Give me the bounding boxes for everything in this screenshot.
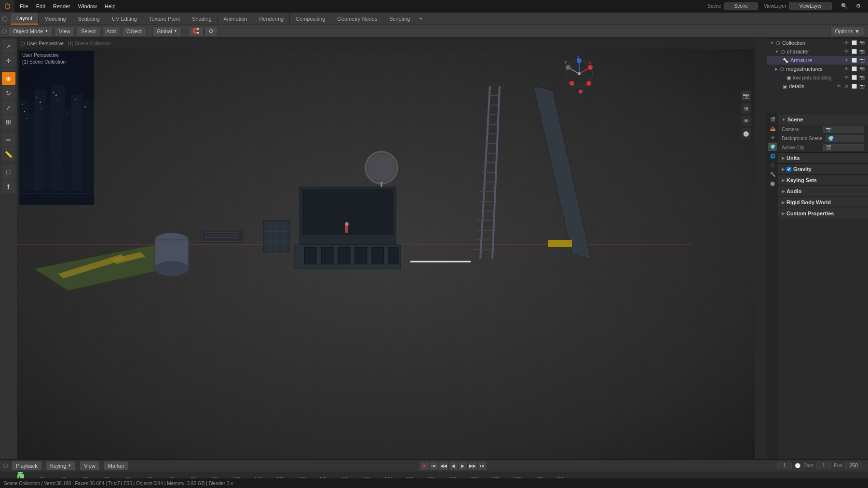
tab-rendering[interactable]: Rendering [253,13,290,25]
play-forward-btn[interactable]: ▶ [459,462,467,470]
collection-item-character[interactable]: ▼ ⬡ character 👁 ⬜ 📷 [767,47,868,56]
tab-scripting[interactable]: Scripting [383,13,416,25]
gravity-section-header[interactable]: ▶ Gravity [778,164,868,174]
lpb-restrict-btn[interactable]: ⬜ [851,74,857,81]
menu-window[interactable]: Window [75,2,100,10]
timeline-editor-icon[interactable]: ⬡ [3,462,8,469]
mega-eye-btn[interactable]: 👁 [843,66,850,72]
step-forward-btn[interactable]: ▶▶ [468,462,477,470]
add-btn[interactable]: Add [102,26,121,36]
select-tool-btn[interactable]: ↗ [2,40,15,53]
custom-section-header[interactable]: ▶ Custom Properties [778,208,868,219]
world-props-tab[interactable]: 🌐 [768,152,777,160]
render-props-tab[interactable]: 🎬 [768,115,777,124]
collection-item-collection[interactable]: ▼ ⬡ Collection 👁 ⬜ 📷 [767,39,868,47]
mega-render-btn[interactable]: 📷 [858,66,865,72]
scene-input[interactable]: Scene [724,2,758,10]
end-frame-input[interactable]: 250 [845,462,862,469]
shading-icon[interactable]: ⬤ [741,128,751,139]
tab-uv-editing[interactable]: UV Editing [106,13,143,25]
arm-render-btn[interactable]: 📷 [858,57,865,64]
start-frame-input[interactable]: 1 [816,462,831,469]
collection-item-megastructures[interactable]: ▶ ⬡ megastructures 👁 ⬜ 📷 [767,65,868,73]
editor-icon[interactable]: ⬡ [2,28,7,35]
options-btn[interactable]: Options ▼ [830,26,864,36]
bg-scene-value[interactable]: 🌍 [826,135,864,142]
measure-tool-btn[interactable]: 📏 [2,147,15,161]
extrude-btn[interactable]: ⬆ [2,180,15,193]
viewport-editor-icon[interactable]: ⬡ [20,40,25,47]
collection-item-lpbuilding[interactable]: ▣ low poly building 👁 ⬜ 📷 [767,73,868,82]
scene-section-header[interactable]: ▼ Scene [778,114,868,125]
keying-btn[interactable]: Keying ▼ [46,461,76,471]
tab-layout[interactable]: Layout [11,13,39,25]
marker-btn[interactable]: Marker [104,461,129,471]
col-render-btn[interactable]: 📷 [858,40,865,46]
collection-item-details[interactable]: ▣ details 👁 ⚙ ⬜ 📷 [767,82,868,91]
rotate-tool-btn[interactable]: ↻ [2,86,15,100]
proportional-btn[interactable]: ⊙ [204,26,217,36]
lpb-eye-btn[interactable]: 👁 [843,74,850,81]
jump-end-btn[interactable]: ⏭ [478,462,487,470]
rigid-section-header[interactable]: ▶ Rigid Body World [778,197,868,208]
record-btn[interactable]: ⏺ [420,462,429,470]
step-back-btn[interactable]: ◀◀ [439,462,448,470]
snap-btn[interactable]: 🧲 [188,26,203,36]
det-eye-btn[interactable]: 👁 [835,83,842,90]
object-btn[interactable]: Object [122,26,146,36]
transform-global-btn[interactable]: Global ▼ [152,26,182,36]
grid-icon[interactable]: ⊞ [741,103,751,114]
col-eye-btn[interactable]: 👁 [843,40,850,46]
col-restrict-btn[interactable]: ⬜ [851,40,857,46]
tab-geometry-nodes[interactable]: Geometry Nodes [331,13,383,25]
viewlayer-props-tab[interactable]: 👁 [768,133,777,142]
move-tool-btn[interactable]: ⊕ [2,72,15,85]
add-cube-btn[interactable]: □ [2,165,15,179]
modifier-props-tab[interactable]: 🔧 [768,170,777,179]
arm-eye-btn[interactable]: 👁 [843,57,850,64]
scene-background[interactable]: X Y Z User Perspective (1) Scene Collect… [17,38,755,459]
jump-start-btn[interactable]: ⏮ [430,462,438,470]
scene-props-tab[interactable]: 🌍 [768,143,777,151]
active-clip-value[interactable]: 🎬 [823,144,864,151]
collection-item-armature[interactable]: 🦴 Armature 👁 ⬜ 📷 [767,56,868,65]
tab-animation[interactable]: Animation [218,13,254,25]
gravity-checkbox[interactable] [787,167,791,171]
scale-tool-btn[interactable]: ⤢ [2,101,15,114]
tab-compositing[interactable]: Compositing [290,13,331,25]
menu-render[interactable]: Render [50,2,74,10]
mega-restrict-btn[interactable]: ⬜ [851,66,857,72]
header-icon-2[interactable]: ⚙ [853,2,864,10]
char-restrict-btn[interactable]: ⬜ [851,48,857,55]
camera-value[interactable]: 📷 [823,126,864,133]
annotate-tool-btn[interactable]: ✏ [2,133,15,146]
view-layer-input[interactable]: ViewLayer [789,2,832,10]
audio-section-header[interactable]: ▶ Audio [778,186,868,197]
camera-view-icon[interactable]: 📷 [741,91,751,101]
units-section-header[interactable]: ▶ Units [778,153,868,163]
add-editor-btn[interactable]: + [416,15,425,22]
menu-help[interactable]: Help [101,2,119,10]
tab-modeling[interactable]: Modeling [39,13,72,25]
transform-tool-btn[interactable]: ⊞ [2,115,15,129]
char-eye-btn[interactable]: 👁 [843,48,850,55]
menu-file[interactable]: File [16,2,32,10]
select-btn[interactable]: Select [77,26,100,36]
view-btn[interactable]: View [54,26,75,36]
3d-viewport[interactable]: ⬡ User Perspective (1) Scene Collection [17,38,755,459]
lpb-render-btn[interactable]: 📷 [858,74,865,81]
char-render-btn[interactable]: 📷 [858,48,865,55]
material-props-tab[interactable]: ⬤ [768,179,777,188]
current-frame-input[interactable]: 1 [777,462,792,469]
det-render-btn[interactable]: 📷 [858,83,865,90]
tab-shading[interactable]: Shading [186,13,217,25]
timeline-view-btn[interactable]: View [80,461,100,471]
keying-section-header[interactable]: ▶ Keying Sets [778,175,868,185]
tab-sculpting[interactable]: Sculpting [72,13,106,25]
tab-texture-paint[interactable]: Texture Paint [143,13,186,25]
editor-type-icon[interactable]: ⬡ [2,15,8,23]
header-icon-1[interactable]: 🔍 [838,2,851,10]
object-props-tab[interactable]: ⬡ [768,161,777,170]
cursor-tool-btn[interactable]: ✛ [2,54,15,67]
det-restrict-btn[interactable]: ⬜ [851,83,857,90]
